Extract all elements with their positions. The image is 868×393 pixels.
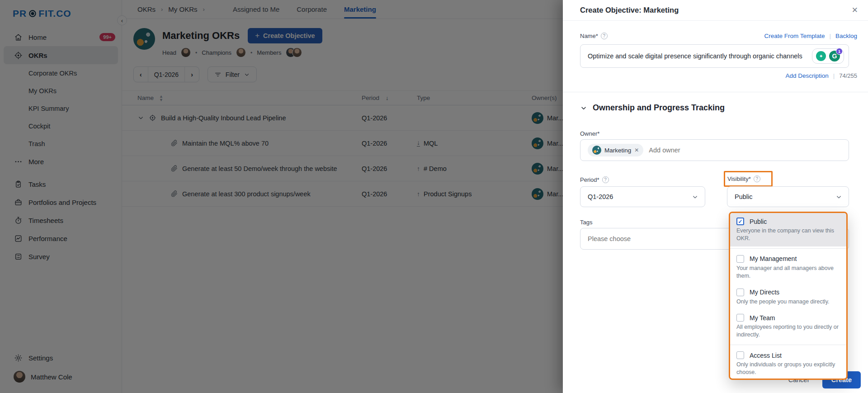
option-description: Only individuals or groups you explicitl… [736, 361, 840, 376]
ownership-section-header[interactable]: Ownership and Progress Tracking [580, 103, 725, 113]
checkbox-unchecked[interactable] [736, 314, 744, 322]
checkbox-checked[interactable] [736, 218, 744, 225]
visibility-option-access-list[interactable]: Access List Only individuals or groups y… [730, 347, 846, 380]
owner-label: Owner* [580, 130, 599, 137]
period-label-row: Period* ? [580, 176, 670, 183]
option-label: My Team [750, 314, 775, 322]
option-description: Only the people you manage directly. [736, 298, 840, 306]
owner-label-row: Owner* [580, 130, 857, 137]
add-owner-input[interactable] [649, 147, 844, 154]
link-divider: | [833, 72, 835, 79]
option-label: My Directs [750, 289, 779, 296]
option-description: Everyone in the company can view this OK… [736, 227, 840, 242]
name-label: Name* [580, 33, 598, 39]
visibility-label-highlight: Visibility* ? [724, 171, 773, 187]
grammarly-letter: G [832, 52, 837, 60]
modal-header: Create Objective: Marketing ✕ [563, 0, 868, 21]
checkbox-unchecked[interactable] [736, 351, 744, 359]
grammarly-badge: 1 [836, 48, 843, 55]
dropdown-divider [730, 345, 846, 345]
add-description-link[interactable]: Add Description [785, 72, 828, 79]
objective-name-input[interactable] [588, 52, 812, 60]
dropdown-divider [730, 248, 846, 249]
chevron-down-icon [692, 194, 698, 200]
visibility-select-value: Public [735, 193, 753, 200]
option-description: Your manager and all managers above them… [736, 265, 840, 280]
visibility-option-my-management[interactable]: My Management Your manager and all manag… [730, 251, 846, 284]
section-title: Ownership and Progress Tracking [593, 103, 725, 113]
help-icon[interactable]: ? [602, 176, 609, 183]
visibility-option-my-directs[interactable]: My Directs Only the people you manage di… [730, 284, 846, 310]
remove-owner-icon[interactable]: ✕ [634, 147, 639, 153]
modal-title: Create Objective: Marketing [580, 6, 679, 14]
chevron-down-icon [580, 104, 587, 112]
visibility-label: Visibility* [727, 175, 751, 182]
assistant-icons: ✦ G 1 [812, 48, 844, 64]
tags-label-row: Tags [580, 219, 670, 226]
period-label: Period* [580, 176, 599, 183]
tags-label: Tags [580, 219, 592, 226]
char-counter: 74/255 [839, 72, 857, 79]
name-label-row: Name* ? Create From Template | Backlog [580, 33, 857, 39]
owner-chip-label: Marketing [604, 147, 631, 154]
visibility-option-my-team[interactable]: My Team All employees reporting to you d… [730, 309, 846, 343]
backlog-link[interactable]: Backlog [835, 33, 857, 39]
period-select[interactable]: Q1-2026 [580, 186, 705, 207]
visibility-option-public[interactable]: Public Everyone in the company can view … [730, 213, 846, 246]
link-divider: | [829, 33, 831, 39]
create-from-template-link[interactable]: Create From Template [764, 33, 825, 39]
chevron-down-icon [835, 194, 842, 200]
create-objective-modal: Create Objective: Marketing ✕ Name* ? Cr… [563, 0, 868, 393]
checkbox-unchecked[interactable] [736, 289, 744, 296]
option-label: My Management [750, 255, 797, 262]
visibility-select[interactable]: Public [727, 186, 849, 207]
period-select-value: Q1-2026 [588, 193, 613, 200]
name-sub-row: Add Description | 74/255 [785, 72, 857, 79]
visibility-dropdown: Public Everyone in the company can view … [729, 212, 848, 380]
option-label: Access List [750, 352, 782, 359]
option-description: All employees reporting to you directly … [736, 323, 840, 339]
owner-chip-avatar [592, 146, 601, 155]
help-icon[interactable]: ? [754, 175, 760, 182]
app-window: PR FIT.CO Home 99+ OKRs C [0, 0, 868, 393]
owner-chip: Marketing ✕ [588, 144, 643, 156]
grammarly-icon[interactable]: G 1 [829, 51, 840, 62]
objective-name-field: ✦ G 1 [580, 44, 849, 68]
close-icon[interactable]: ✕ [852, 5, 858, 15]
option-label: Public [750, 218, 767, 225]
help-icon[interactable]: ? [601, 33, 608, 39]
checkbox-unchecked[interactable] [736, 255, 744, 263]
section-divider [563, 92, 868, 92]
owner-field: Marketing ✕ [580, 139, 849, 161]
suggestion-bulb-icon[interactable]: ✦ [816, 51, 826, 61]
